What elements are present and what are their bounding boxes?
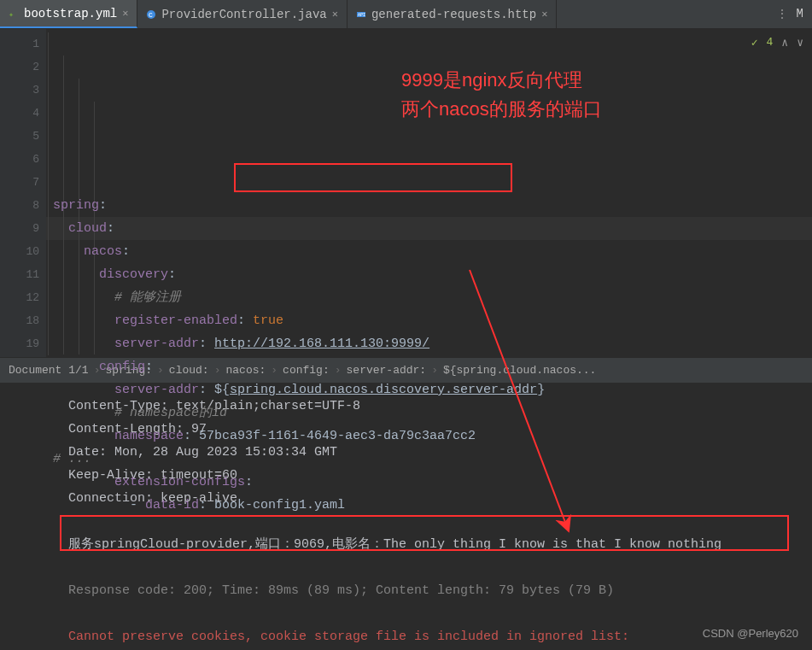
tab-actions: ⋮ M bbox=[776, 7, 812, 21]
inspection-bar: ✓ 4 ∧ ∨ bbox=[751, 36, 803, 50]
tab-bootstrap[interactable]: ✦ bootstrap.yml ✕ bbox=[0, 0, 137, 28]
svg-text:C: C bbox=[149, 11, 153, 19]
code-line[interactable]: nacos: bbox=[53, 240, 805, 263]
annotation-text-2: 两个nacos的服务的端口 bbox=[401, 97, 602, 120]
editor-tab-bar: ✦ bootstrap.yml ✕ C ProviderController.j… bbox=[0, 0, 812, 29]
line-number: 9 bbox=[3, 217, 39, 240]
line-number: 11 bbox=[3, 263, 39, 286]
annotation-text-1: 9999是nginx反向代理 bbox=[401, 68, 582, 91]
inspection-count: 4 bbox=[767, 36, 774, 50]
code-line[interactable]: - data-id: book-config1.yaml bbox=[53, 494, 805, 517]
code-line[interactable]: spring: bbox=[53, 194, 805, 217]
code-line[interactable]: # namespace的id bbox=[53, 401, 805, 425]
line-number: 5 bbox=[3, 125, 39, 148]
line-number: 2 bbox=[3, 56, 39, 79]
line-number: 12 bbox=[3, 286, 39, 309]
more-icon[interactable]: ⋮ bbox=[776, 7, 788, 21]
code-line[interactable]: cloud: bbox=[53, 217, 805, 240]
tab-provider-controller[interactable]: C ProviderController.java ✕ bbox=[137, 0, 347, 28]
code-editor[interactable]: ✓ 4 ∧ ∨ 1 2 3 4 5 6 7 8 9 10 11 12 18 19… bbox=[0, 29, 812, 357]
chevron-down-icon[interactable]: ∨ bbox=[797, 36, 803, 50]
code-line[interactable]: server-addr: ${spring.cloud.nacos.discov… bbox=[53, 378, 805, 401]
yaml-icon: ✦ bbox=[9, 9, 19, 19]
code-line[interactable]: discovery: bbox=[53, 263, 805, 286]
line-number: 6 bbox=[3, 148, 39, 171]
watermark: CSDN @Perley620 bbox=[703, 622, 798, 645]
close-icon[interactable]: ✕ bbox=[122, 7, 128, 20]
line-number: 18 bbox=[3, 309, 39, 332]
close-icon[interactable]: ✕ bbox=[332, 8, 338, 20]
line-number: 3 bbox=[3, 79, 39, 102]
code-line[interactable]: config: bbox=[53, 355, 805, 378]
http-icon: API bbox=[356, 9, 366, 20]
code-line[interactable]: register-enabled: true bbox=[53, 309, 805, 332]
code-line[interactable]: # 能够注册 bbox=[53, 286, 805, 309]
code-line[interactable]: namespace: 57bca93f-1161-4649-aec3-da79c… bbox=[53, 425, 805, 448]
response-warning: Cannot preserve cookies, cookie storage … bbox=[68, 625, 797, 648]
code-line[interactable]: # ... bbox=[53, 448, 805, 471]
annotation-box-body bbox=[60, 515, 789, 551]
line-number: 4 bbox=[3, 102, 39, 125]
tab-label: bootstrap.yml bbox=[24, 7, 117, 20]
close-icon[interactable]: ✕ bbox=[541, 8, 547, 20]
code-line[interactable]: extension-configs: bbox=[53, 471, 805, 494]
svg-text:✦: ✦ bbox=[9, 10, 14, 19]
chevron-up-icon[interactable]: ∧ bbox=[781, 36, 788, 50]
tab-label: ProviderController.java bbox=[161, 8, 326, 21]
tab-label: generated-requests.http bbox=[371, 8, 536, 21]
line-number: 8 bbox=[3, 194, 39, 217]
code-content[interactable]: spring: cloud: nacos: discovery: # 能够注册 … bbox=[46, 29, 812, 357]
svg-text:API: API bbox=[358, 13, 365, 18]
java-class-icon: C bbox=[146, 9, 156, 20]
line-number: 1 bbox=[3, 32, 39, 56]
inspection-warning-icon[interactable]: ✓ bbox=[751, 36, 758, 50]
panel-letter: M bbox=[797, 7, 803, 21]
gutter: 1 2 3 4 5 6 7 8 9 10 11 12 18 19 bbox=[0, 29, 46, 357]
response-summary: Response code: 200; Time: 89ms (89 ms); … bbox=[68, 579, 797, 602]
line-number: 19 bbox=[3, 332, 39, 355]
annotation-box-url bbox=[234, 163, 512, 192]
line-number: 7 bbox=[3, 171, 39, 194]
tab-generated-requests[interactable]: API generated-requests.http ✕ bbox=[348, 0, 557, 28]
code-line[interactable]: server-addr: http://192.168.111.130:9999… bbox=[53, 332, 805, 355]
line-number: 10 bbox=[3, 240, 39, 263]
